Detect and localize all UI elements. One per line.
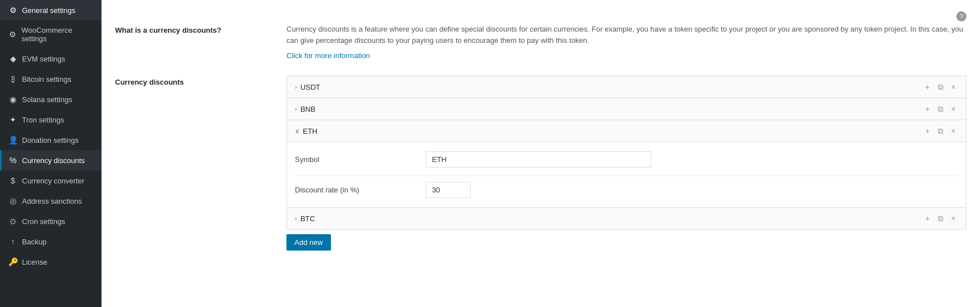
accordion-body-eth: Symbol Discount rate (in %) xyxy=(287,142,966,207)
sidebar-item-address-sanctions[interactable]: ◎ Address sanctions xyxy=(0,191,101,211)
sidebar-item-label: Cron settings xyxy=(22,217,65,226)
accordion-symbol-btc: BTC xyxy=(301,214,315,223)
info-section: What is a currency discounts? Currency d… xyxy=(115,24,966,60)
sidebar-item-label: Backup xyxy=(22,238,46,246)
sidebar: ⚙ General settings ⚙ WooCommerce setting… xyxy=(0,0,101,307)
accordion-title-btc: › BTC xyxy=(295,214,315,223)
accordion-symbol-eth: ETH xyxy=(303,127,317,135)
sidebar-item-backup[interactable]: ↑ Backup xyxy=(0,231,101,252)
accordion-actions-btc: + ⧉ × xyxy=(923,213,958,223)
accordion-symbol-bnb: BNB xyxy=(301,105,316,113)
accordion-item-usdt: › USDT + ⧉ × xyxy=(286,76,966,98)
sidebar-item-label: License xyxy=(22,258,47,266)
general-settings-icon: ⚙ xyxy=(8,6,17,15)
close-icon-btc[interactable]: × xyxy=(949,213,958,223)
evm-settings-icon: ◆ xyxy=(8,54,17,63)
sidebar-item-label: Tron settings xyxy=(22,116,64,124)
currency-converter-icon: $ xyxy=(8,176,17,185)
donation-settings-icon: 👤 xyxy=(8,135,17,144)
sidebar-item-donation-settings[interactable]: 👤 Donation settings xyxy=(0,130,101,150)
sidebar-item-currency-discounts[interactable]: % Currency discounts xyxy=(0,150,101,170)
sidebar-item-label: WooCommerce settings xyxy=(21,26,95,43)
backup-icon: ↑ xyxy=(8,237,17,246)
sidebar-item-cron-settings[interactable]: ⊙ Cron settings xyxy=(0,211,101,231)
discounts-content: › USDT + ⧉ × › BNB + ⧉ × xyxy=(286,76,966,251)
info-content: Currency discounts is a feature where yo… xyxy=(286,24,966,60)
close-icon-eth[interactable]: × xyxy=(949,126,958,136)
discount-label: Discount rate (in %) xyxy=(295,186,419,194)
copy-icon-bnb[interactable]: ⧉ xyxy=(935,104,946,114)
accordion-item-eth: ∨ ETH + ⧉ × Symbol Discount r xyxy=(286,120,966,208)
sidebar-item-label: Currency discounts xyxy=(22,156,85,165)
chevron-icon-usdt: › xyxy=(295,84,297,90)
accordion-actions-usdt: + ⧉ × xyxy=(923,82,958,92)
bitcoin-settings-icon: ₿ xyxy=(8,74,17,84)
tron-settings-icon: ✦ xyxy=(8,115,17,124)
solana-settings-icon: ◉ xyxy=(8,95,17,104)
sidebar-item-label: General settings xyxy=(22,6,76,15)
accordion-header-bnb[interactable]: › BNB + ⧉ × xyxy=(287,98,966,120)
accordion-symbol-usdt: USDT xyxy=(301,83,320,91)
sidebar-item-label: Currency converter xyxy=(22,177,85,185)
sidebar-item-label: Donation settings xyxy=(22,136,78,144)
accordion-actions-eth: + ⧉ × xyxy=(923,126,958,136)
add-sub-icon-eth[interactable]: + xyxy=(923,126,932,136)
copy-icon-eth[interactable]: ⧉ xyxy=(935,126,946,136)
sidebar-item-woocommerce-settings[interactable]: ⚙ WooCommerce settings xyxy=(0,20,101,49)
license-icon: 🔑 xyxy=(8,257,17,266)
chevron-icon-eth: ∨ xyxy=(295,128,299,135)
info-link[interactable]: Click for more information xyxy=(286,51,370,60)
close-icon-bnb[interactable]: × xyxy=(949,104,958,114)
chevron-icon-bnb: › xyxy=(295,106,297,112)
help-area: ? xyxy=(115,11,966,21)
accordion-item-btc: › BTC + ⧉ × xyxy=(286,208,966,230)
add-sub-icon-usdt[interactable]: + xyxy=(923,82,932,92)
add-sub-icon-btc[interactable]: + xyxy=(923,213,932,223)
symbol-label: Symbol xyxy=(295,155,419,164)
sidebar-item-bitcoin-settings[interactable]: ₿ Bitcoin settings xyxy=(0,69,101,89)
close-icon-usdt[interactable]: × xyxy=(949,82,958,92)
sidebar-item-tron-settings[interactable]: ✦ Tron settings xyxy=(0,109,101,130)
sidebar-item-label: Address sanctions xyxy=(22,197,82,205)
sidebar-item-label: EVM settings xyxy=(22,55,65,63)
sidebar-item-solana-settings[interactable]: ◉ Solana settings xyxy=(0,89,101,109)
currency-discounts-icon: % xyxy=(8,156,17,165)
symbol-input[interactable] xyxy=(426,151,651,168)
main-content: ? What is a currency discounts? Currency… xyxy=(101,0,980,307)
info-description: Currency discounts is a feature where yo… xyxy=(286,24,966,46)
sidebar-item-general-settings[interactable]: ⚙ General settings xyxy=(0,0,101,20)
accordion-header-eth[interactable]: ∨ ETH + ⧉ × xyxy=(287,120,966,142)
sidebar-item-currency-converter[interactable]: $ Currency converter xyxy=(0,170,101,191)
sidebar-item-label: Bitcoin settings xyxy=(22,75,71,84)
accordion-title-bnb: › BNB xyxy=(295,105,315,113)
copy-icon-btc[interactable]: ⧉ xyxy=(935,213,946,223)
woocommerce-settings-icon: ⚙ xyxy=(8,30,17,39)
address-sanctions-icon: ◎ xyxy=(8,196,17,205)
add-new-button[interactable]: Add new xyxy=(286,234,331,251)
cron-settings-icon: ⊙ xyxy=(8,217,17,226)
sidebar-item-license[interactable]: 🔑 License xyxy=(0,252,101,272)
sidebar-item-label: Solana settings xyxy=(22,95,72,104)
accordion-item-bnb: › BNB + ⧉ × xyxy=(286,98,966,120)
accordion-container: › USDT + ⧉ × › BNB + ⧉ × xyxy=(286,76,966,230)
accordion-header-usdt[interactable]: › USDT + ⧉ × xyxy=(287,76,966,98)
help-icon[interactable]: ? xyxy=(956,11,966,21)
accordion-header-btc[interactable]: › BTC + ⧉ × xyxy=(287,208,966,229)
field-divider xyxy=(295,176,958,176)
accordion-title-eth: ∨ ETH xyxy=(295,127,317,135)
field-row-discount: Discount rate (in %) xyxy=(295,182,958,198)
chevron-icon-btc: › xyxy=(295,215,297,222)
accordion-actions-bnb: + ⧉ × xyxy=(923,104,958,114)
discounts-section: Currency discounts › USDT + ⧉ × › xyxy=(115,76,966,251)
field-row-symbol: Symbol xyxy=(295,151,958,168)
discount-input[interactable] xyxy=(426,182,471,198)
discounts-label: Currency discounts xyxy=(115,76,273,251)
copy-icon-usdt[interactable]: ⧉ xyxy=(935,82,946,92)
add-sub-icon-bnb[interactable]: + xyxy=(923,104,932,114)
accordion-title-usdt: › USDT xyxy=(295,83,320,91)
info-label: What is a currency discounts? xyxy=(115,24,273,60)
sidebar-item-evm-settings[interactable]: ◆ EVM settings xyxy=(0,49,101,69)
